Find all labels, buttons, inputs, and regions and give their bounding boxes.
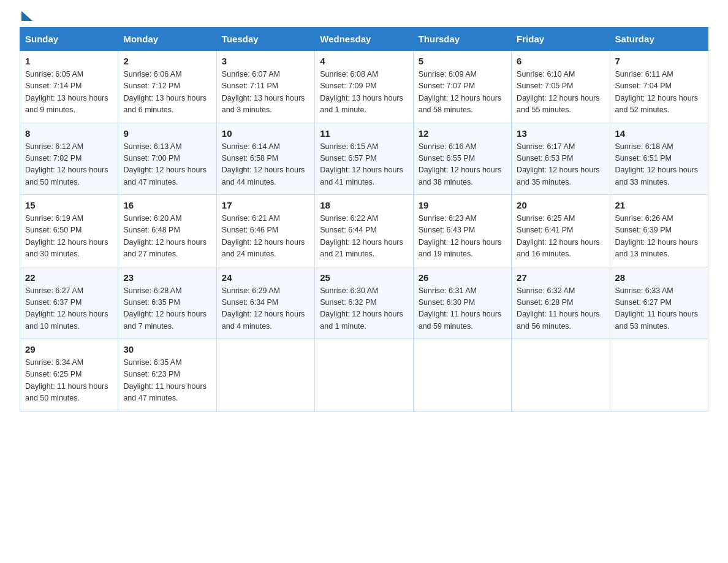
day-info: Sunrise: 6:10 AMSunset: 7:05 PMDaylight:… (517, 69, 604, 117)
calendar-cell: 18Sunrise: 6:22 AMSunset: 6:44 PMDayligh… (315, 195, 413, 267)
day-info: Sunrise: 6:26 AMSunset: 6:39 PMDaylight:… (615, 213, 703, 261)
day-number: 14 (615, 128, 703, 139)
day-info: Sunrise: 6:05 AMSunset: 7:14 PMDaylight:… (25, 69, 113, 117)
day-number: 24 (222, 272, 309, 283)
day-info: Sunrise: 6:23 AMSunset: 6:43 PMDaylight:… (419, 213, 506, 261)
calendar-cell: 6Sunrise: 6:10 AMSunset: 7:05 PMDaylight… (512, 51, 610, 123)
calendar-cell: 29Sunrise: 6:34 AMSunset: 6:25 PMDayligh… (20, 339, 118, 412)
day-number: 7 (615, 56, 703, 66)
calendar-cell: 11Sunrise: 6:15 AMSunset: 6:57 PMDayligh… (315, 123, 413, 195)
day-number: 22 (25, 272, 113, 283)
day-info: Sunrise: 6:06 AMSunset: 7:12 PMDaylight:… (123, 69, 211, 117)
header-monday: Monday (118, 28, 216, 51)
day-number: 29 (25, 344, 113, 354)
day-number: 1 (25, 56, 113, 66)
calendar-cell (512, 339, 610, 412)
calendar-cell: 26Sunrise: 6:31 AMSunset: 6:30 PMDayligh… (413, 267, 511, 339)
day-info: Sunrise: 6:12 AMSunset: 7:02 PMDaylight:… (25, 141, 113, 189)
day-info: Sunrise: 6:20 AMSunset: 6:48 PMDaylight:… (123, 213, 211, 261)
calendar-cell: 3Sunrise: 6:07 AMSunset: 7:11 PMDaylight… (216, 51, 314, 123)
day-number: 20 (517, 200, 604, 210)
day-number: 26 (419, 272, 506, 283)
calendar-table: SundayMondayTuesdayWednesdayThursdayFrid… (20, 27, 708, 412)
day-info: Sunrise: 6:28 AMSunset: 6:35 PMDaylight:… (123, 285, 211, 333)
calendar-cell (413, 339, 511, 412)
day-info: Sunrise: 6:09 AMSunset: 7:07 PMDaylight:… (419, 69, 506, 117)
calendar-week-row: 15Sunrise: 6:19 AMSunset: 6:50 PMDayligh… (20, 195, 708, 267)
calendar-cell: 25Sunrise: 6:30 AMSunset: 6:32 PMDayligh… (315, 267, 413, 339)
calendar-week-row: 8Sunrise: 6:12 AMSunset: 7:02 PMDaylight… (20, 123, 708, 195)
header-saturday: Saturday (610, 28, 708, 51)
day-number: 30 (123, 344, 211, 354)
calendar-cell: 2Sunrise: 6:06 AMSunset: 7:12 PMDaylight… (118, 51, 216, 123)
logo (20, 15, 32, 17)
calendar-cell: 20Sunrise: 6:25 AMSunset: 6:41 PMDayligh… (512, 195, 610, 267)
calendar-cell: 12Sunrise: 6:16 AMSunset: 6:55 PMDayligh… (413, 123, 511, 195)
day-info: Sunrise: 6:33 AMSunset: 6:27 PMDaylight:… (615, 285, 703, 333)
calendar-cell: 17Sunrise: 6:21 AMSunset: 6:46 PMDayligh… (216, 195, 314, 267)
day-number: 11 (320, 128, 408, 139)
calendar-cell: 14Sunrise: 6:18 AMSunset: 6:51 PMDayligh… (610, 123, 708, 195)
day-number: 5 (419, 56, 506, 66)
page-header (20, 15, 708, 17)
day-info: Sunrise: 6:18 AMSunset: 6:51 PMDaylight:… (615, 141, 703, 189)
logo-arrow-icon (21, 11, 32, 21)
day-number: 3 (222, 56, 309, 66)
header-tuesday: Tuesday (216, 28, 314, 51)
day-number: 6 (517, 56, 604, 66)
day-number: 27 (517, 272, 604, 283)
calendar-cell: 22Sunrise: 6:27 AMSunset: 6:37 PMDayligh… (20, 267, 118, 339)
day-info: Sunrise: 6:32 AMSunset: 6:28 PMDaylight:… (517, 285, 604, 333)
day-info: Sunrise: 6:11 AMSunset: 7:04 PMDaylight:… (615, 69, 703, 117)
calendar-cell: 30Sunrise: 6:35 AMSunset: 6:23 PMDayligh… (118, 339, 216, 412)
day-number: 15 (25, 200, 113, 210)
day-info: Sunrise: 6:30 AMSunset: 6:32 PMDaylight:… (320, 285, 408, 333)
day-number: 13 (517, 128, 604, 139)
day-info: Sunrise: 6:22 AMSunset: 6:44 PMDaylight:… (320, 213, 408, 261)
header-sunday: Sunday (20, 28, 118, 51)
day-info: Sunrise: 6:19 AMSunset: 6:50 PMDaylight:… (25, 213, 113, 261)
day-info: Sunrise: 6:35 AMSunset: 6:23 PMDaylight:… (123, 357, 211, 405)
calendar-cell: 9Sunrise: 6:13 AMSunset: 7:00 PMDaylight… (118, 123, 216, 195)
day-info: Sunrise: 6:16 AMSunset: 6:55 PMDaylight:… (419, 141, 506, 189)
calendar-cell: 13Sunrise: 6:17 AMSunset: 6:53 PMDayligh… (512, 123, 610, 195)
day-info: Sunrise: 6:17 AMSunset: 6:53 PMDaylight:… (517, 141, 604, 189)
day-number: 4 (320, 56, 408, 66)
calendar-cell: 5Sunrise: 6:09 AMSunset: 7:07 PMDaylight… (413, 51, 511, 123)
calendar-cell: 10Sunrise: 6:14 AMSunset: 6:58 PMDayligh… (216, 123, 314, 195)
calendar-cell: 1Sunrise: 6:05 AMSunset: 7:14 PMDaylight… (20, 51, 118, 123)
calendar-cell: 16Sunrise: 6:20 AMSunset: 6:48 PMDayligh… (118, 195, 216, 267)
day-number: 2 (123, 56, 211, 66)
day-info: Sunrise: 6:15 AMSunset: 6:57 PMDaylight:… (320, 141, 408, 189)
calendar-header: SundayMondayTuesdayWednesdayThursdayFrid… (20, 28, 708, 51)
calendar-cell: 23Sunrise: 6:28 AMSunset: 6:35 PMDayligh… (118, 267, 216, 339)
day-number: 12 (419, 128, 506, 139)
day-number: 25 (320, 272, 408, 283)
day-info: Sunrise: 6:34 AMSunset: 6:25 PMDaylight:… (25, 357, 113, 405)
calendar-cell: 21Sunrise: 6:26 AMSunset: 6:39 PMDayligh… (610, 195, 708, 267)
day-info: Sunrise: 6:14 AMSunset: 6:58 PMDaylight:… (222, 141, 309, 189)
calendar-cell (216, 339, 314, 412)
calendar-cell: 8Sunrise: 6:12 AMSunset: 7:02 PMDaylight… (20, 123, 118, 195)
day-info: Sunrise: 6:25 AMSunset: 6:41 PMDaylight:… (517, 213, 604, 261)
calendar-cell: 15Sunrise: 6:19 AMSunset: 6:50 PMDayligh… (20, 195, 118, 267)
calendar-cell: 27Sunrise: 6:32 AMSunset: 6:28 PMDayligh… (512, 267, 610, 339)
day-number: 8 (25, 128, 113, 139)
calendar-week-row: 22Sunrise: 6:27 AMSunset: 6:37 PMDayligh… (20, 267, 708, 339)
day-info: Sunrise: 6:27 AMSunset: 6:37 PMDaylight:… (25, 285, 113, 333)
header-wednesday: Wednesday (315, 28, 413, 51)
day-number: 28 (615, 272, 703, 283)
calendar-cell: 24Sunrise: 6:29 AMSunset: 6:34 PMDayligh… (216, 267, 314, 339)
calendar-cell: 7Sunrise: 6:11 AMSunset: 7:04 PMDaylight… (610, 51, 708, 123)
day-number: 19 (419, 200, 506, 210)
day-number: 17 (222, 200, 309, 210)
day-number: 16 (123, 200, 211, 210)
day-number: 18 (320, 200, 408, 210)
day-info: Sunrise: 6:07 AMSunset: 7:11 PMDaylight:… (222, 69, 309, 117)
day-info: Sunrise: 6:13 AMSunset: 7:00 PMDaylight:… (123, 141, 211, 189)
calendar-week-row: 29Sunrise: 6:34 AMSunset: 6:25 PMDayligh… (20, 339, 708, 412)
calendar-cell (610, 339, 708, 412)
day-number: 23 (123, 272, 211, 283)
calendar-body: 1Sunrise: 6:05 AMSunset: 7:14 PMDaylight… (20, 51, 708, 412)
day-info: Sunrise: 6:21 AMSunset: 6:46 PMDaylight:… (222, 213, 309, 261)
